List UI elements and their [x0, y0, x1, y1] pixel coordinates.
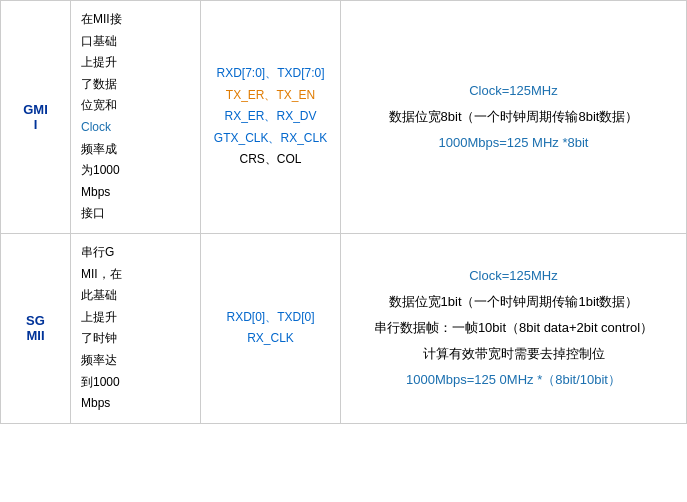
gmii-data-width: 数据位宽8bit（一个时钟周期传输8bit数据）	[389, 109, 639, 124]
gmii-signals: RXD[7:0]、TXD[7:0] TX_ER、TX_EN RX_ER、RX_D…	[201, 1, 341, 234]
comparison-table: GMI I 在MII接 口基础 上提升 了数据 位宽和 Clock 频率成 为1…	[0, 0, 687, 424]
sgmii-serial-frame: 串行数据帧：一帧10bit（8bit data+2bit control）	[374, 320, 653, 335]
sgmii-info: Clock=125MHz 数据位宽1bit（一个时钟周期传输1bit数据） 串行…	[341, 233, 687, 423]
sgmii-speed-calc: 1000Mbps=125 0MHz *（8bit/10bit）	[406, 372, 621, 387]
gmii-speed-calc: 1000Mbps=125 MHz *8bit	[439, 135, 589, 150]
gmii-description: 在MII接 口基础 上提升 了数据 位宽和 Clock 频率成 为1000 Mb…	[71, 1, 201, 234]
sgmii-data-width: 数据位宽1bit（一个时钟周期传输1bit数据）	[389, 294, 639, 309]
sgmii-clock-value: Clock=125MHz	[469, 268, 558, 283]
table-row: SGMII 串行G MII，在 此基础 上提升 了时钟 频率达 到1000 Mb…	[1, 233, 687, 423]
interface-name-sgmii: SGMII	[1, 233, 71, 423]
sgmii-signals: RXD[0]、TXD[0] RX_CLK	[201, 233, 341, 423]
table-row: GMI I 在MII接 口基础 上提升 了数据 位宽和 Clock 频率成 为1…	[1, 1, 687, 234]
gmii-info: Clock=125MHz 数据位宽8bit（一个时钟周期传输8bit数据） 10…	[341, 1, 687, 234]
interface-name-gmii: GMI I	[1, 1, 71, 234]
sgmii-description: 串行G MII，在 此基础 上提升 了时钟 频率达 到1000 Mbps	[71, 233, 201, 423]
sgmii-bandwidth-note: 计算有效带宽时需要去掉控制位	[423, 346, 605, 361]
gmii-clock-value: Clock=125MHz	[469, 83, 558, 98]
gmii-clock-label: Clock	[81, 120, 111, 134]
